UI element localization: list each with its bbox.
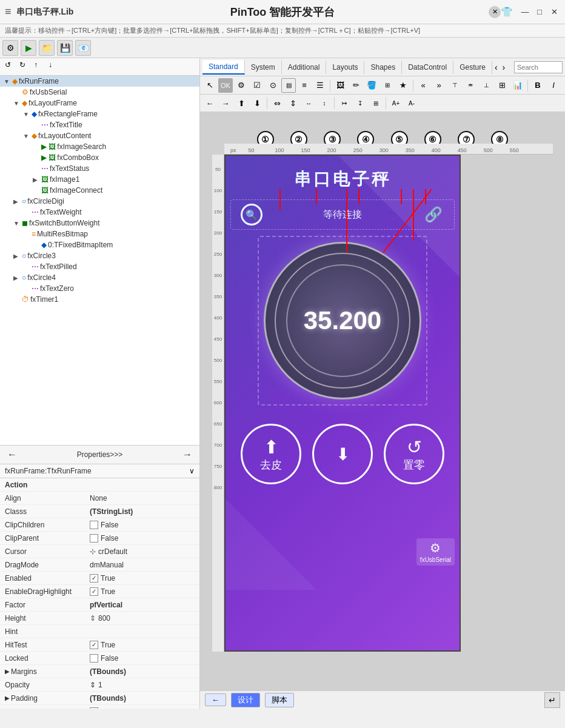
tool-size-h[interactable]: ↧ xyxy=(353,96,367,110)
tool-spacing-h[interactable]: ↔ xyxy=(301,96,316,110)
back-button[interactable]: ← xyxy=(205,693,226,706)
checkbox-clipchildren[interactable] xyxy=(90,521,98,529)
tab-datacontrol[interactable]: DataControl xyxy=(402,61,453,74)
expand-icon[interactable]: ▶ xyxy=(33,176,40,183)
checkbox-parentshowhint[interactable] xyxy=(90,707,98,709)
expand-icon[interactable]: ▶ xyxy=(13,275,21,281)
tool-align-bot[interactable]: ⊥ xyxy=(479,78,493,93)
prop-value-classs[interactable]: (TStringList) xyxy=(90,507,195,516)
tool-distribute-h[interactable]: ⇔ xyxy=(270,96,284,110)
prop-value-enabled[interactable]: True xyxy=(90,574,195,583)
tool-italic[interactable]: I xyxy=(546,78,561,93)
tab-gesture[interactable]: Gesture xyxy=(453,61,492,74)
tool-bucket[interactable]: 🪣 xyxy=(364,78,379,93)
tool-radio[interactable]: ⊙ xyxy=(266,78,280,93)
tab-additional[interactable]: Additional xyxy=(282,61,327,74)
tab-shapes[interactable]: Shapes xyxy=(364,61,402,74)
tree-refresh-button[interactable]: ↺ xyxy=(5,61,17,73)
tree-item-fxSwitchButtonWeight[interactable]: ▼ ◼ fxSwitchButtonWeight xyxy=(0,218,199,229)
tool-layer-down[interactable]: ⬇ xyxy=(250,96,264,110)
tree-redo-button[interactable]: ↻ xyxy=(19,61,32,73)
prop-value-hittest[interactable]: True xyxy=(90,641,195,649)
phone-btn-middle[interactable]: ⬇ xyxy=(312,424,373,484)
tool-gear[interactable]: ⚙ xyxy=(234,78,249,93)
checkbox-hittest[interactable] xyxy=(90,641,98,649)
tool-layer-up[interactable]: ⬆ xyxy=(234,96,249,110)
prop-value-margins[interactable]: (TBounds) xyxy=(90,667,195,676)
nav-right-button[interactable]: → xyxy=(182,449,192,460)
tool-check[interactable]: ☑ xyxy=(250,78,264,93)
prop-value-opacity[interactable]: ⇕ 1 xyxy=(90,681,195,689)
prop-value-height[interactable]: ⇕ 800 xyxy=(90,614,195,623)
checkbox-enabled[interactable] xyxy=(90,574,98,583)
minimize-button[interactable]: — xyxy=(519,6,531,18)
tree-up-button[interactable]: ↑ xyxy=(34,61,46,73)
padding-expand-arrow[interactable]: ▶ xyxy=(5,695,10,701)
prop-value-locked[interactable]: False xyxy=(90,654,195,663)
checkbox-locked[interactable] xyxy=(90,654,98,663)
expand-icon[interactable]: ▶ xyxy=(13,198,21,205)
toolbar-save-button[interactable]: 💾 xyxy=(57,40,73,56)
margins-expand-arrow[interactable]: ▶ xyxy=(5,668,10,675)
tree-item-fxImageConnect[interactable]: 🖼 fxImageConnect xyxy=(0,185,199,196)
tool-chart[interactable]: 📊 xyxy=(510,78,525,93)
tree-item-fxCircle4[interactable]: ▶ ○ fxCircle4 xyxy=(0,272,199,283)
prop-value-parentshowhint[interactable]: True xyxy=(90,707,195,709)
tool-bold[interactable]: B xyxy=(530,78,545,93)
prop-value-align[interactable]: None xyxy=(90,494,195,503)
tree-item-fxTextTitle[interactable]: ⋯ fxTextTitle xyxy=(0,119,199,130)
tool-font-size[interactable]: A+ xyxy=(389,96,403,110)
tool-spacing-v[interactable]: ↕ xyxy=(317,96,332,110)
tool-ok[interactable]: OK xyxy=(218,78,233,93)
prop-value-enabledraghighlight[interactable]: True xyxy=(90,587,195,596)
phone-btn-tare[interactable]: ⬆ 去皮 xyxy=(241,424,301,484)
prop-value-clipchildren[interactable]: False xyxy=(90,521,195,529)
tree-item-fxCircleDigi[interactable]: ▶ ○ fxCircleDigi xyxy=(0,196,199,207)
tab-search-input[interactable] xyxy=(514,61,563,73)
tool-star[interactable]: ★ xyxy=(396,78,410,93)
tab-scroll-left[interactable]: ‹ xyxy=(492,62,500,72)
tree-item-fxLayoutContent[interactable]: ▼ ◆ fxLayoutContent xyxy=(0,130,199,141)
tool-distribute-v[interactable]: ⇕ xyxy=(286,96,300,110)
tree-item-fxLayoutFrame[interactable]: ▼ ◆ fxLayoutFrame xyxy=(0,98,199,109)
tool-pencil[interactable]: ✏ xyxy=(349,78,363,93)
tree-item-fxTextZero[interactable]: ⋯ fxTextZero xyxy=(0,283,199,294)
tree-item-fxTextWeight[interactable]: ⋯ fxTextWeight xyxy=(0,207,199,218)
tool-size-w[interactable]: ↦ xyxy=(337,96,352,110)
tree-item-fxRectangleFrame[interactable]: ▼ ◆ fxRectangleFrame xyxy=(0,109,199,119)
toolbar-open-button[interactable]: 📁 xyxy=(39,40,55,56)
tool-align-top[interactable]: ⊤ xyxy=(447,78,462,93)
tree-item-fxCircle3[interactable]: ▶ ○ fxCircle3 xyxy=(0,250,199,261)
toolbar-mail-button[interactable]: 📧 xyxy=(75,40,91,56)
toolbar-run-button[interactable]: ▶ xyxy=(21,40,36,56)
tree-item-fxRunFrame[interactable]: ▼ ◆ fxRunFrame xyxy=(0,76,199,87)
prop-value-factor[interactable]: pfVertical xyxy=(90,601,195,609)
phone-search-icon[interactable]: 🔍 xyxy=(241,204,262,225)
prop-value-dragmode[interactable]: dmManual xyxy=(90,561,195,569)
tool-move-right[interactable]: » xyxy=(432,78,446,93)
tree-item-fxComboBox[interactable]: ▶ 🖼 fxComboBox xyxy=(0,152,199,163)
prop-value-cursor[interactable]: ⊹ crDefault xyxy=(90,547,195,556)
tree-item-fxTextStatus[interactable]: ⋯ fxTextStatus xyxy=(0,163,199,174)
tab-system[interactable]: System xyxy=(245,61,282,74)
tab-layouts[interactable]: Layouts xyxy=(326,61,364,74)
phone-btn-zero[interactable]: ↺ 置零 xyxy=(384,424,444,484)
tab-standard[interactable]: Standard xyxy=(202,60,245,75)
prop-value-padding[interactable]: (TBounds) xyxy=(90,694,195,703)
tool-cursor[interactable]: ↖ xyxy=(202,78,217,93)
tool-arrow-left[interactable]: ← xyxy=(202,96,217,110)
expand-icon[interactable]: ▼ xyxy=(23,133,30,139)
tool-font-dec[interactable]: A- xyxy=(404,96,419,110)
prop-value-clipparent[interactable]: False xyxy=(90,534,195,543)
design-button[interactable]: 设计 xyxy=(231,693,260,707)
bottom-right-button[interactable]: ↵ xyxy=(544,692,560,708)
tool-memo[interactable]: ≡ xyxy=(297,78,312,93)
toolbar-settings-button[interactable]: ⚙ xyxy=(2,40,18,56)
checkbox-clipparent[interactable] xyxy=(90,534,98,543)
tool-textfield[interactable]: ▤ xyxy=(281,78,296,93)
expand-icon[interactable]: ▼ xyxy=(13,220,21,227)
props-expand-button[interactable]: ∨ xyxy=(189,467,195,475)
expand-icon[interactable]: ▼ xyxy=(23,111,30,118)
tree-down-button[interactable]: ↓ xyxy=(48,61,61,73)
tool-image[interactable]: 🖼 xyxy=(333,78,347,93)
